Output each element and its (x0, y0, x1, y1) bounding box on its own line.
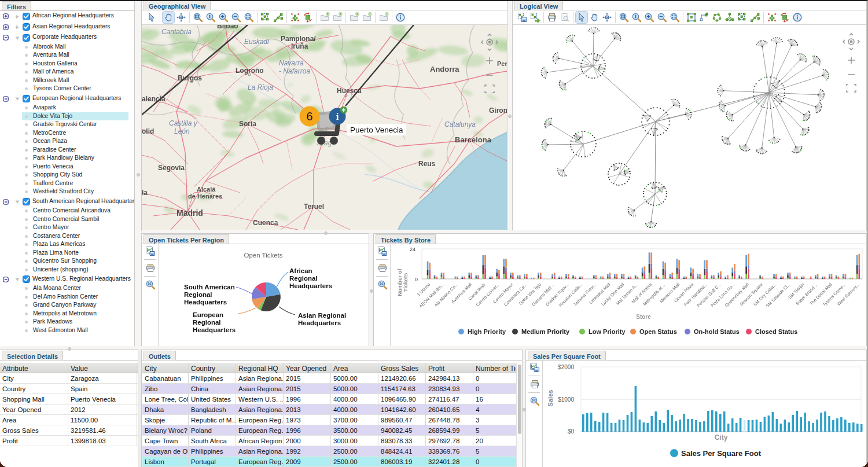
svg-text:Barcelona: Barcelona (455, 135, 492, 144)
svg-text:Headquarters: Headquarters (289, 282, 332, 289)
svg-text:Tickets: Tickets (402, 273, 409, 292)
svg-text:Euskadi: Euskadi (244, 38, 269, 46)
svg-text:Pamplona/: Pamplona/ (281, 35, 316, 43)
svg-text:Perpig: Perpig (497, 60, 507, 67)
svg-text:High Priority: High Priority (468, 328, 506, 335)
svg-text:Cuenca: Cuenca (253, 219, 278, 227)
svg-text:Madrid: Madrid (176, 208, 203, 218)
svg-text:Open Tickets: Open Tickets (244, 252, 282, 259)
svg-text:Huesca: Huesca (337, 87, 362, 95)
svg-text:Cantabria: Cantabria (161, 28, 192, 36)
svg-text:Headquarters: Headquarters (298, 319, 341, 326)
svg-text:Regional: Regional (289, 275, 318, 282)
svg-text:Andorra: Andorra (430, 65, 459, 73)
svg-text:Catalunya: Catalunya (444, 120, 476, 128)
svg-text:Plaza Lima No...: Plaza Lima No... (709, 282, 736, 308)
svg-text:Iruña: Iruña (291, 42, 308, 50)
svg-text:6: 6 (306, 110, 312, 123)
svg-text:la: la (142, 189, 148, 197)
svg-text:Store: Store (636, 314, 651, 320)
svg-text:Sales Per Square Foot: Sales Per Square Foot (681, 449, 762, 458)
svg-text:Regional: Regional (193, 319, 221, 326)
svg-text:City: City (715, 433, 728, 442)
svg-text:European: European (193, 311, 223, 318)
svg-text:Reus: Reus (418, 160, 436, 168)
svg-text:alencia: alencia (142, 95, 165, 103)
svg-text:Queensbay Mall: Queensbay Mall (724, 282, 750, 308)
svg-text:Segovia: Segovia (158, 164, 185, 172)
svg-text:Teruel: Teruel (304, 203, 324, 211)
svg-text:$0: $0 (568, 428, 575, 435)
svg-text:Headquarters: Headquarters (193, 326, 236, 333)
svg-text:i: i (336, 111, 339, 122)
svg-text:Alcalá: Alcalá (197, 186, 216, 193)
svg-text:Sales: Sales (547, 390, 554, 407)
svg-text:African: African (289, 267, 312, 274)
svg-text:de Henares: de Henares (188, 193, 222, 200)
svg-text:Puerto Venecia: Puerto Venecia (350, 126, 403, 134)
svg-text:SM Seaside Cl...: SM Seaside Cl... (764, 282, 791, 308)
svg-text:Low Priority: Low Priority (589, 328, 626, 335)
svg-text:Regional: Regional (184, 291, 212, 298)
svg-text:$2000: $2000 (558, 364, 574, 370)
svg-text:$1000: $1000 (558, 396, 574, 403)
svg-text:Soria: Soria (239, 120, 256, 128)
svg-text:Bilbao: Bilbao (217, 25, 238, 30)
svg-text:Castilla y: Castilla y (169, 119, 198, 127)
svg-text:South American: South American (184, 284, 235, 291)
svg-text:Persian Gulf C...: Persian Gulf C... (696, 282, 722, 308)
svg-text:Girona: Girona (489, 106, 507, 115)
svg-text:Closed Status: Closed Status (755, 328, 797, 335)
svg-text:- Nafarroa: - Nafarroa (279, 67, 310, 75)
svg-text:olid: olid (142, 127, 154, 135)
svg-text:León: León (174, 127, 190, 135)
svg-text:On-hold Status: On-hold Status (694, 328, 740, 335)
svg-text:Navarra: Navarra (279, 59, 304, 67)
svg-text:Burgos: Burgos (178, 74, 202, 82)
svg-text:La Rioja: La Rioja (248, 83, 273, 91)
svg-text:Medium Priority: Medium Priority (521, 328, 570, 335)
svg-text:Asian Regional: Asian Regional (298, 312, 346, 319)
svg-text:24: 24 (410, 247, 415, 252)
svg-text:0: 0 (415, 277, 418, 282)
svg-text:Headquarters: Headquarters (184, 299, 227, 306)
svg-text:Open Status: Open Status (639, 328, 677, 335)
